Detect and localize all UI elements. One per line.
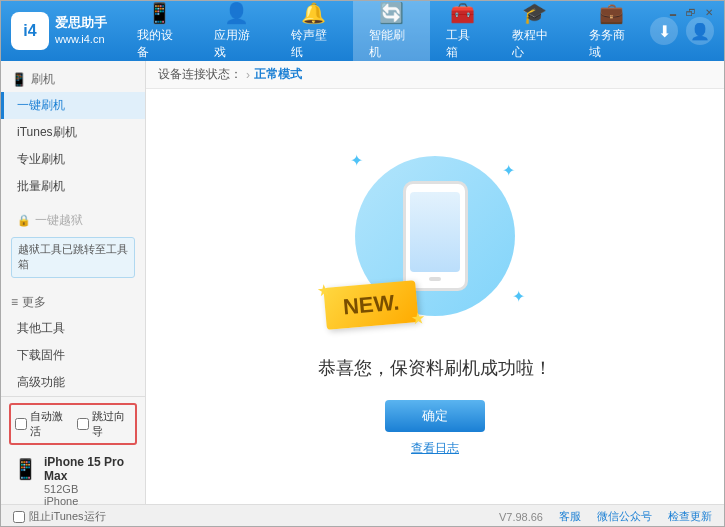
user-button[interactable]: 👤 xyxy=(686,17,714,45)
more-icon: ≡ xyxy=(11,295,18,309)
tab-service[interactable]: 💼 务务商域 xyxy=(573,1,650,61)
main-content: 设备连接状态： › 正常模式 NEW. ✦ ✦ ✦ xyxy=(146,61,724,504)
phone-illustration: NEW. ✦ ✦ ✦ xyxy=(335,136,535,336)
tab-service-label: 务务商域 xyxy=(589,27,634,61)
more-label: 更多 xyxy=(22,294,46,311)
tab-toolbox-label: 工具箱 xyxy=(446,27,480,61)
footer-check-update[interactable]: 检查更新 xyxy=(668,509,712,524)
success-area: NEW. ✦ ✦ ✦ 恭喜您，保资料刷机成功啦！ 确定 查看日志 xyxy=(146,89,724,504)
toolbox-icon: 🧰 xyxy=(450,1,475,25)
device-phone-icon: 📱 xyxy=(13,457,38,481)
log-link[interactable]: 查看日志 xyxy=(411,440,459,457)
device-text: iPhone 15 Pro Max 512GB iPhone xyxy=(44,455,133,507)
footer-left: 阻止iTunes运行 xyxy=(13,509,106,524)
batch-flash-label: 批量刷机 xyxy=(17,179,65,193)
close-button[interactable]: ✕ xyxy=(702,5,716,19)
app-game-icon: 👤 xyxy=(224,1,249,25)
sidebar-item-other-tools[interactable]: 其他工具 xyxy=(1,315,145,342)
block-itunes-label: 阻止iTunes运行 xyxy=(29,509,106,524)
device-info: 📱 iPhone 15 Pro Max 512GB iPhone xyxy=(9,451,137,511)
logo-icon: i4 xyxy=(11,12,49,50)
device-storage: 512GB xyxy=(44,483,133,495)
app-window: 🗕 🗗 ✕ i4 爱思助手 www.i4.cn 📱 我的设备 👤 应用游戏 🔔 … xyxy=(0,0,725,527)
success-text: 恭喜您，保资料刷机成功啦！ xyxy=(318,356,552,380)
pro-flash-label: 专业刷机 xyxy=(17,152,65,166)
auto-activate-checkbox-label[interactable]: 自动激活 xyxy=(15,409,69,439)
footer-customer-service[interactable]: 客服 xyxy=(559,509,581,524)
confirm-button-label: 确定 xyxy=(422,407,448,425)
tab-ringtone[interactable]: 🔔 铃声壁纸 xyxy=(275,1,352,61)
app-body: 📱 刷机 一键刷机 iTunes刷机 专业刷机 批量刷机 🔒 一键越狱 越狱工 xyxy=(1,61,724,504)
brand-name: 爱思助手 xyxy=(55,14,107,32)
auto-activate-row: 自动激活 跳过向导 xyxy=(9,403,137,445)
maximize-button[interactable]: 🗗 xyxy=(684,5,698,19)
jailbreak-notice: 越狱工具已跳转至工具箱 xyxy=(11,237,135,278)
device-name: iPhone 15 Pro Max xyxy=(44,455,133,483)
window-controls: 🗕 🗗 ✕ xyxy=(666,5,716,19)
header-actions: ⬇ 👤 xyxy=(650,17,714,45)
nav-tabs: 📱 我的设备 👤 应用游戏 🔔 铃声壁纸 🔄 智能刷机 🧰 工具箱 🎓 xyxy=(121,1,650,61)
sidebar-bottom: 自动激活 跳过向导 📱 iPhone 15 Pro Max 512GB iPho… xyxy=(1,396,145,517)
version-label: V7.98.66 xyxy=(499,511,543,523)
sidebar-item-download-firmware[interactable]: 下载固件 xyxy=(1,342,145,369)
skip-guide-label: 跳过向导 xyxy=(92,409,131,439)
logo-text: 爱思助手 www.i4.cn xyxy=(55,14,107,48)
app-header: i4 爱思助手 www.i4.cn 📱 我的设备 👤 应用游戏 🔔 铃声壁纸 🔄… xyxy=(1,1,724,61)
phone-home xyxy=(429,277,441,281)
my-device-icon: 📱 xyxy=(147,1,172,25)
auto-activate-checkbox[interactable] xyxy=(15,418,27,430)
jailbreak-label: 一键越狱 xyxy=(35,212,83,229)
flash-section-title: 📱 刷机 xyxy=(1,67,145,92)
phone-screen xyxy=(410,192,460,272)
footer-right: V7.98.66 客服 微信公众号 检查更新 xyxy=(499,509,712,524)
tab-smart-flash-label: 智能刷机 xyxy=(369,27,414,61)
sidebar-item-advanced[interactable]: 高级功能 xyxy=(1,369,145,396)
confirm-button[interactable]: 确定 xyxy=(385,400,485,432)
smart-flash-icon: 🔄 xyxy=(379,1,404,25)
status-prefix: 设备连接状态： xyxy=(158,66,242,83)
sparkle-icon-1: ✦ xyxy=(350,151,363,170)
sidebar-item-itunes-flash[interactable]: iTunes刷机 xyxy=(1,119,145,146)
sidebar-item-batch-flash[interactable]: 批量刷机 xyxy=(1,173,145,200)
tab-my-device-label: 我的设备 xyxy=(137,27,182,61)
minimize-button[interactable]: 🗕 xyxy=(666,5,680,19)
flash-section-icon: 📱 xyxy=(11,72,27,87)
tab-tutorial[interactable]: 🎓 教程中心 xyxy=(496,1,573,61)
tab-ringtone-label: 铃声壁纸 xyxy=(291,27,336,61)
auto-activate-label: 自动激活 xyxy=(30,409,69,439)
new-badge: NEW. xyxy=(323,280,419,330)
tab-tutorial-label: 教程中心 xyxy=(512,27,557,61)
logo-area: i4 爱思助手 www.i4.cn xyxy=(11,12,121,50)
status-bar: 设备连接状态： › 正常模式 xyxy=(146,61,724,89)
tab-smart-flash[interactable]: 🔄 智能刷机 xyxy=(353,1,430,61)
tab-app-game-label: 应用游戏 xyxy=(214,27,259,61)
tab-toolbox[interactable]: 🧰 工具箱 xyxy=(430,1,496,61)
advanced-label: 高级功能 xyxy=(17,375,65,389)
download-button[interactable]: ⬇ xyxy=(650,17,678,45)
itunes-flash-label: iTunes刷机 xyxy=(17,125,77,139)
tab-my-device[interactable]: 📱 我的设备 xyxy=(121,1,198,61)
phone-device xyxy=(403,181,468,291)
other-tools-label: 其他工具 xyxy=(17,321,65,335)
brand-url: www.i4.cn xyxy=(55,32,107,47)
sparkle-icon-3: ✦ xyxy=(512,287,525,306)
download-firmware-label: 下载固件 xyxy=(17,348,65,362)
block-itunes-checkbox[interactable] xyxy=(13,511,25,523)
service-icon: 💼 xyxy=(599,1,624,25)
one-click-flash-label: 一键刷机 xyxy=(17,98,65,112)
device-type: iPhone xyxy=(44,495,133,507)
ringtone-icon: 🔔 xyxy=(301,1,326,25)
status-value: 正常模式 xyxy=(254,66,302,83)
sidebar-item-jailbreak-disabled: 🔒 一键越狱 xyxy=(1,208,145,233)
sidebar-item-one-click-flash[interactable]: 一键刷机 xyxy=(1,92,145,119)
tab-app-game[interactable]: 👤 应用游戏 xyxy=(198,1,275,61)
skip-guide-checkbox[interactable] xyxy=(77,418,89,430)
sidebar-item-pro-flash[interactable]: 专业刷机 xyxy=(1,146,145,173)
more-section-title: ≡ 更多 xyxy=(1,290,145,315)
lock-icon: 🔒 xyxy=(17,214,31,227)
footer-wechat[interactable]: 微信公众号 xyxy=(597,509,652,524)
tutorial-icon: 🎓 xyxy=(522,1,547,25)
skip-guide-checkbox-label[interactable]: 跳过向导 xyxy=(77,409,131,439)
sidebar: 📱 刷机 一键刷机 iTunes刷机 专业刷机 批量刷机 🔒 一键越狱 越狱工 xyxy=(1,61,146,504)
status-arrow: › xyxy=(246,68,250,82)
